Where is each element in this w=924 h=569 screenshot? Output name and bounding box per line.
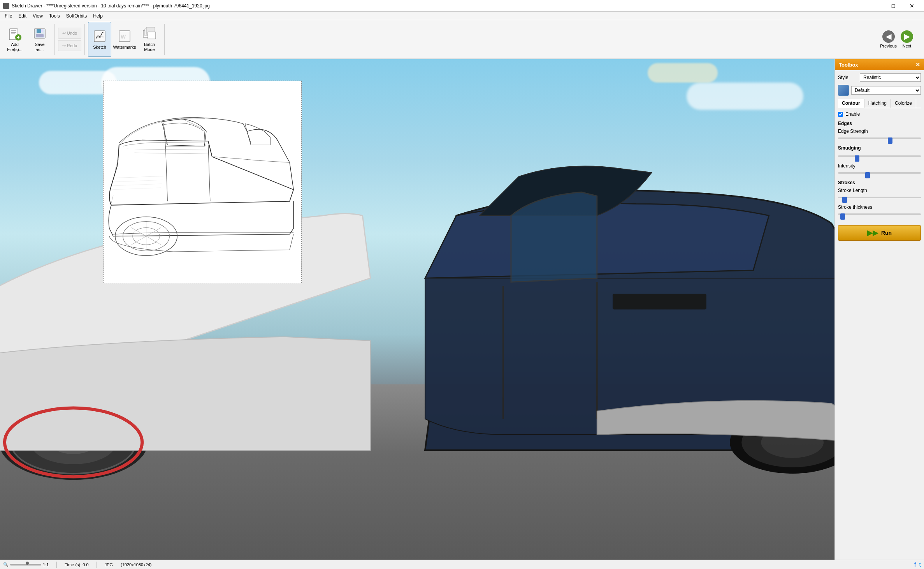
previous-label: Previous xyxy=(880,44,897,48)
add-files-icon xyxy=(8,26,22,41)
presets-icon xyxy=(838,85,849,96)
svg-line-48 xyxy=(114,180,163,182)
save-as-button[interactable]: Saveas... xyxy=(28,22,51,57)
minimize-button[interactable]: ─ xyxy=(866,0,884,12)
svg-rect-3 xyxy=(11,33,15,34)
toolbox-content: Style Realistic Artistic Cartoon Classic… xyxy=(835,70,924,560)
menu-file[interactable]: File xyxy=(2,12,15,19)
presets-row: Default Pencil Charcoal Ink xyxy=(838,85,921,96)
svg-text:W: W xyxy=(121,33,126,40)
sketch-drawing xyxy=(104,81,301,283)
zoom-out-icon[interactable]: 🔍 xyxy=(3,562,9,567)
svg-line-39 xyxy=(208,145,210,201)
sketch-label: Sketch xyxy=(93,45,106,49)
zoom-section: 🔍 1:1 xyxy=(3,562,49,567)
watermarks-button[interactable]: W Watermarks xyxy=(113,22,136,57)
svg-line-49 xyxy=(113,184,162,186)
tab-hatching[interactable]: Hatching xyxy=(864,99,891,108)
edge-strength-row: Edge Strength xyxy=(838,129,921,141)
style-label: Style xyxy=(838,75,857,80)
svg-rect-2 xyxy=(11,32,16,33)
stroke-thickness-label: Stroke thickness xyxy=(838,204,921,210)
svg-rect-10 xyxy=(41,29,43,32)
title-bar: Sketch Drawer - ****Unregistered version… xyxy=(0,0,924,12)
watermarks-icon: W xyxy=(118,29,132,43)
style-select[interactable]: Realistic Artistic Cartoon Classic xyxy=(860,73,921,82)
svg-line-38 xyxy=(165,146,167,201)
svg-line-50 xyxy=(112,188,161,190)
svg-line-37 xyxy=(181,118,204,130)
prev-icon: ◀ xyxy=(882,30,895,43)
separator-3 xyxy=(164,24,165,55)
menu-view[interactable]: View xyxy=(30,12,46,19)
presets-select[interactable]: Default Pencil Charcoal Ink xyxy=(851,86,921,95)
nav-area: ◀ Previous ▶ Next xyxy=(880,30,921,48)
svg-rect-8 xyxy=(37,29,41,33)
batch-mode-button[interactable]: BatchMode xyxy=(138,22,161,57)
strokes-title: Strokes xyxy=(838,180,921,185)
style-row: Style Realistic Artistic Cartoon Classic xyxy=(838,73,921,82)
undo-button[interactable]: ↩ Undo xyxy=(58,28,81,39)
menu-edit[interactable]: Edit xyxy=(15,12,30,19)
share-icon-2[interactable]: t xyxy=(919,561,921,568)
smudging-title: Smudging xyxy=(838,145,921,151)
close-button[interactable]: ✕ xyxy=(903,0,921,12)
run-button[interactable]: ▶▶ Run xyxy=(838,225,921,241)
menu-tools[interactable]: Tools xyxy=(46,12,63,19)
status-right: f t xyxy=(914,561,921,568)
stroke-length-label: Stroke Length xyxy=(838,188,921,193)
svg-rect-6 xyxy=(18,36,19,39)
toolbox-header: Toolbox ✕ xyxy=(835,59,924,70)
intensity-slider[interactable] xyxy=(838,170,921,176)
menu-help[interactable]: Help xyxy=(90,12,106,19)
redo-button[interactable]: ↪ Redo xyxy=(58,40,81,51)
menu-bar: File Edit View Tools SoftOrbits Help xyxy=(0,12,924,20)
tab-colorize[interactable]: Colorize xyxy=(891,99,916,108)
stroke-length-row: Stroke Length xyxy=(838,188,921,201)
window-title: Sketch Drawer - ****Unregistered version… xyxy=(12,3,210,9)
svg-rect-18 xyxy=(148,32,156,39)
batch-icon xyxy=(142,26,156,41)
redo-icon: ↪ xyxy=(62,43,66,48)
sketch-icon xyxy=(93,29,107,43)
app-icon xyxy=(3,3,9,9)
run-label: Run xyxy=(881,230,892,236)
next-icon: ▶ xyxy=(901,30,913,43)
previous-button[interactable]: ◀ Previous xyxy=(880,30,897,48)
toolbar: AddFile(s)... Saveas... ↩ Undo ↪ Redo xyxy=(0,20,924,59)
run-icon: ▶▶ xyxy=(867,229,878,237)
maximize-button[interactable]: □ xyxy=(884,0,902,12)
smudging-row xyxy=(838,153,921,159)
resolution-section: (1920x1080x24) xyxy=(121,562,152,567)
save-icon xyxy=(33,26,47,41)
enable-checkbox[interactable] xyxy=(838,112,843,117)
stroke-length-slider[interactable] xyxy=(838,194,921,201)
window-controls: ─ □ ✕ xyxy=(866,0,921,12)
format-label: JPG xyxy=(105,562,113,567)
edge-strength-label: Edge Strength xyxy=(838,129,921,134)
separator-2 xyxy=(84,24,85,55)
enable-row: Enable xyxy=(838,111,921,117)
add-files-label: AddFile(s)... xyxy=(7,42,23,52)
menu-softorbits[interactable]: SoftOrbits xyxy=(63,12,90,19)
add-files-button[interactable]: AddFile(s)... xyxy=(3,22,26,57)
zoom-slider[interactable] xyxy=(10,564,41,565)
redo-label: Redo xyxy=(67,43,77,48)
canvas-background xyxy=(0,59,834,560)
intensity-label: Intensity xyxy=(838,163,921,169)
enable-label[interactable]: Enable xyxy=(845,111,860,117)
time-section: Time (s): 0.0 xyxy=(65,562,88,567)
canvas-area[interactable] xyxy=(0,59,834,560)
stroke-thickness-slider[interactable] xyxy=(838,211,921,217)
tab-contour[interactable]: Contour xyxy=(838,99,864,108)
sketch-button[interactable]: Sketch xyxy=(88,22,111,57)
smudging-slider[interactable] xyxy=(838,153,921,159)
next-label: Next xyxy=(903,44,912,48)
zoom-label: 1:1 xyxy=(43,562,49,567)
batch-mode-label: BatchMode xyxy=(144,42,155,52)
share-icon-1[interactable]: f xyxy=(914,561,916,568)
main-area: Toolbox ✕ Style Realistic Artistic Carto… xyxy=(0,59,924,560)
next-button[interactable]: ▶ Next xyxy=(901,30,913,48)
edge-strength-slider[interactable] xyxy=(838,135,921,141)
toolbox-close-button[interactable]: ✕ xyxy=(915,62,920,68)
